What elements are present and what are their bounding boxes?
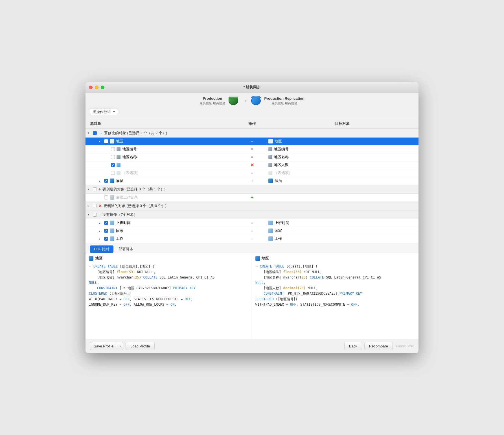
toolbar: Production 雇员信息.雇员信息 → Production Replic… — [86, 93, 418, 119]
row-diqu[interactable]: 地区 → 地区 — [86, 138, 418, 145]
ddl-left-minus[interactable]: − — [89, 264, 91, 268]
section-noop[interactable]: = 没有操作（7个对象） — [86, 210, 418, 219]
mc-col-icon — [117, 155, 120, 159]
checkbox-gylog[interactable] — [104, 195, 108, 199]
ddl-left-title: 地区 — [89, 256, 248, 262]
expand-modify-icon[interactable] — [88, 131, 91, 134]
ddl-left-code: − CREATE TABLE [雇员信息].[地区] ( [地区编号] floa… — [89, 263, 248, 307]
row-diqu-mc[interactable]: 地区名称 = 地区名称 — [86, 153, 418, 161]
diqu-table-icon — [110, 139, 114, 143]
expand-diqu-icon[interactable] — [99, 140, 102, 143]
guyuan-label: 雇员 — [116, 178, 123, 183]
expand-noop-icon[interactable] — [88, 213, 91, 216]
checkbox-delete[interactable] — [93, 204, 97, 208]
section-create[interactable]: + 要创建的对象 (已选择 0 个（共 1 个）) — [86, 185, 418, 194]
guyuan-target-label: 雇员 — [275, 178, 282, 183]
ddl-content: 地区 − CREATE TABLE [雇员信息].[地区] ( [地区编号] f… — [86, 253, 418, 339]
noop-icon: = — [98, 212, 101, 217]
rs-col-icon — [117, 163, 120, 167]
guojia-op-icon: = — [251, 228, 253, 233]
source-db-name: Production — [203, 96, 222, 101]
checkbox-bh[interactable] — [111, 147, 115, 151]
guyuan-target-icon — [268, 179, 273, 183]
gylog-icon — [110, 195, 114, 200]
mc-label: 地区名称 — [122, 155, 137, 160]
save-profile-dropdown-arrow[interactable]: ▾ — [117, 343, 123, 349]
row-diqu-rs[interactable]: ✕ 地区人数 — [86, 161, 418, 169]
section-modify[interactable]: → 要修改的对象 (已选择 2 个（共 2 个）) — [86, 129, 418, 138]
sbsj-op-icon: = — [251, 220, 253, 225]
window-title: * 结构同步 — [244, 85, 261, 90]
sbsj-label: 上班时间 — [116, 220, 131, 225]
target-db-icon — [251, 97, 261, 105]
mc-target-icon — [268, 155, 272, 159]
save-profile-button[interactable]: Save Profile ▾ — [90, 342, 123, 350]
row-sbsj[interactable]: 上班时间 = 上班时间 — [86, 219, 418, 227]
row-gy-log[interactable]: 雇员工作记录 + — [86, 194, 418, 202]
expand-delete-icon[interactable] — [88, 204, 91, 207]
source-schema: 雇员信息.雇员信息 — [200, 101, 225, 105]
opt-op-icon: = — [251, 170, 253, 175]
opt-col-icon — [117, 171, 120, 175]
back-button[interactable]: Back — [344, 342, 362, 350]
section-modify-label: 要修改的对象 (已选择 2 个（共 2 个）) — [104, 130, 167, 136]
section-delete[interactable]: ✕ 要删除的对象 (已选择 0 个（共 0 个）) — [86, 202, 418, 210]
col-header-source: 源对象 — [86, 119, 238, 129]
expand-create-icon[interactable] — [88, 188, 91, 191]
sbsj-target-label: 上班时间 — [275, 220, 289, 225]
target-db: Production Replication 雇员信息.雇员信息 — [264, 96, 304, 105]
section-create-label: 要创建的对象 (已选择 0 个（共 1 个）) — [102, 187, 165, 192]
ddl-right-icon — [255, 256, 260, 261]
col-header-operation: 操作 — [238, 119, 266, 129]
source-db-icon — [229, 97, 238, 105]
checkbox-gongzuo[interactable] — [104, 237, 108, 241]
checkbox-mc[interactable] — [111, 155, 115, 159]
checkbox-opt[interactable] — [111, 171, 115, 175]
save-profile-label: Save Profile — [90, 342, 117, 350]
guyuan-table-icon — [110, 179, 114, 183]
expand-gongzuo-icon[interactable] — [99, 237, 102, 240]
checkbox-rs[interactable] — [111, 163, 115, 167]
gongzuo-label: 工作 — [116, 236, 123, 241]
tab-ddl-compare[interactable]: DDL 比对 — [90, 245, 113, 253]
checkbox-modify[interactable] — [93, 131, 97, 135]
tab-deploy-script[interactable]: 部署脚本 — [115, 245, 137, 253]
main-window: * 结构同步 Production 雇员信息.雇员信息 → Prod — [86, 82, 418, 353]
rs-target-label: 地区人数 — [274, 162, 289, 168]
gylog-op-icon: + — [251, 195, 254, 201]
row-diqu-bh[interactable]: 地区编号 = 地区编号 — [86, 145, 418, 153]
expand-sbsj-icon[interactable] — [99, 221, 102, 225]
group-dropdown[interactable]: 按操作分组 按类型分组 — [90, 108, 118, 115]
diqu-label: 地区 — [116, 139, 123, 144]
checkbox-sbsj[interactable] — [104, 221, 108, 225]
recompare-button[interactable]: Recompare — [364, 342, 393, 350]
rs-op-icon: ✕ — [250, 162, 254, 168]
row-diqu-opt[interactable]: （表选项） = （表选项） — [86, 169, 418, 177]
minimize-button[interactable] — [95, 86, 98, 89]
mc-op-icon: = — [251, 155, 253, 160]
section-delete-label: 要删除的对象 (已选择 0 个（共 0 个）) — [104, 203, 166, 208]
col-header-target: 目标对象 — [266, 119, 418, 129]
checkbox-create[interactable] — [93, 187, 97, 191]
ddl-right-minus[interactable]: − — [255, 264, 258, 268]
load-profile-button[interactable]: Load Profile — [126, 342, 155, 350]
opt-target-icon — [268, 171, 272, 175]
row-gongzuo[interactable]: 工作 = 工作 — [86, 235, 418, 243]
gongzuo-target-icon — [268, 236, 273, 241]
gongzuo-target-label: 工作 — [275, 236, 282, 241]
checkbox-noop[interactable] — [93, 213, 97, 217]
traffic-lights — [89, 86, 104, 89]
row-guyuan[interactable]: 雇员 → 雇员 — [86, 177, 418, 185]
row-guojia[interactable]: 国家 = 国家 — [86, 227, 418, 235]
checkbox-guojia[interactable] — [104, 229, 108, 233]
sbsj-icon — [110, 221, 114, 225]
checkbox-guyuan[interactable] — [104, 179, 108, 183]
checkbox-diqu[interactable] — [104, 139, 108, 143]
diqu-op-icon: → — [250, 139, 254, 144]
opt-target-label: （表选项） — [274, 170, 292, 175]
fullscreen-button[interactable] — [101, 86, 104, 89]
expand-guyuan-icon[interactable] — [99, 179, 102, 182]
expand-guojia-icon[interactable] — [99, 229, 102, 232]
footer-left: Save Profile ▾ Load Profile — [90, 342, 155, 350]
close-button[interactable] — [89, 86, 93, 89]
